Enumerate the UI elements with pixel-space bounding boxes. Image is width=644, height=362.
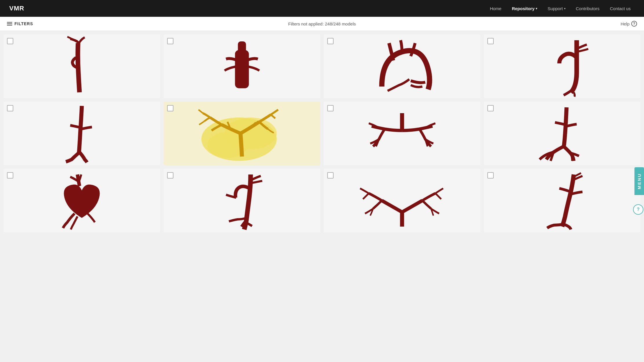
repository-dropdown-arrow: ▾ <box>536 7 537 10</box>
filters-button[interactable]: FILTERS <box>7 21 33 26</box>
card-checkbox[interactable] <box>327 38 334 44</box>
card-checkbox[interactable] <box>327 105 334 111</box>
card-checkbox[interactable] <box>487 105 494 111</box>
model-card[interactable] <box>484 102 641 165</box>
model-card[interactable] <box>164 34 320 98</box>
model-card[interactable] <box>3 102 160 165</box>
navbar: VMR Home Repository ▾ Support ▾ Contribu… <box>0 0 644 17</box>
model-card[interactable] <box>324 169 480 232</box>
vessel-image <box>3 34 160 98</box>
support-dropdown-arrow: ▾ <box>564 7 566 10</box>
card-checkbox[interactable] <box>7 105 13 111</box>
help-circle-icon: ? <box>631 21 637 27</box>
nav-contributors[interactable]: Contributors <box>572 4 604 13</box>
model-card[interactable] <box>3 169 160 232</box>
vessel-image <box>3 169 160 232</box>
card-checkbox[interactable] <box>167 38 173 44</box>
nav-support[interactable]: Support ▾ <box>544 4 570 13</box>
card-checkbox[interactable] <box>7 38 13 44</box>
model-card[interactable] <box>3 34 160 98</box>
model-card[interactable] <box>164 169 320 232</box>
help-float-button[interactable]: ? <box>633 204 643 215</box>
vessel-image <box>3 102 160 165</box>
help-button[interactable]: Help ? <box>621 21 637 27</box>
vessel-image <box>164 102 320 165</box>
model-grid <box>0 31 644 236</box>
nav-repository[interactable]: Repository ▾ <box>508 4 541 13</box>
filter-bar: FILTERS Filters not applied: 248/248 mod… <box>0 17 644 31</box>
svg-rect-0 <box>237 52 247 87</box>
vessel-image <box>164 34 320 98</box>
card-checkbox[interactable] <box>167 105 173 111</box>
filter-status: Filters not applied: 248/248 models <box>288 21 356 26</box>
vessel-image <box>484 102 641 165</box>
model-card[interactable] <box>484 169 641 232</box>
vessel-image <box>484 34 641 98</box>
menu-tab[interactable]: MENU <box>634 167 644 195</box>
model-card[interactable] <box>324 102 480 165</box>
card-checkbox[interactable] <box>487 38 494 44</box>
vessel-image <box>164 169 320 232</box>
nav-home[interactable]: Home <box>486 4 506 13</box>
help-label: Help <box>621 21 630 26</box>
vessel-image <box>324 102 480 165</box>
filters-icon <box>7 22 12 25</box>
svg-rect-1 <box>240 43 244 53</box>
vessel-image <box>324 34 480 98</box>
card-checkbox[interactable] <box>167 172 173 179</box>
model-card[interactable] <box>484 34 641 98</box>
nav-menu: Home Repository ▾ Support ▾ Contributors… <box>486 4 635 13</box>
brand-logo[interactable]: VMR <box>9 5 24 12</box>
model-card[interactable] <box>164 102 320 165</box>
model-card[interactable] <box>324 34 480 98</box>
card-checkbox[interactable] <box>487 172 494 179</box>
filters-label: FILTERS <box>14 21 33 26</box>
nav-contact[interactable]: Contact us <box>606 4 635 13</box>
card-checkbox[interactable] <box>327 172 334 179</box>
vessel-image <box>324 169 480 232</box>
vessel-image <box>484 169 641 232</box>
card-checkbox[interactable] <box>7 172 13 179</box>
